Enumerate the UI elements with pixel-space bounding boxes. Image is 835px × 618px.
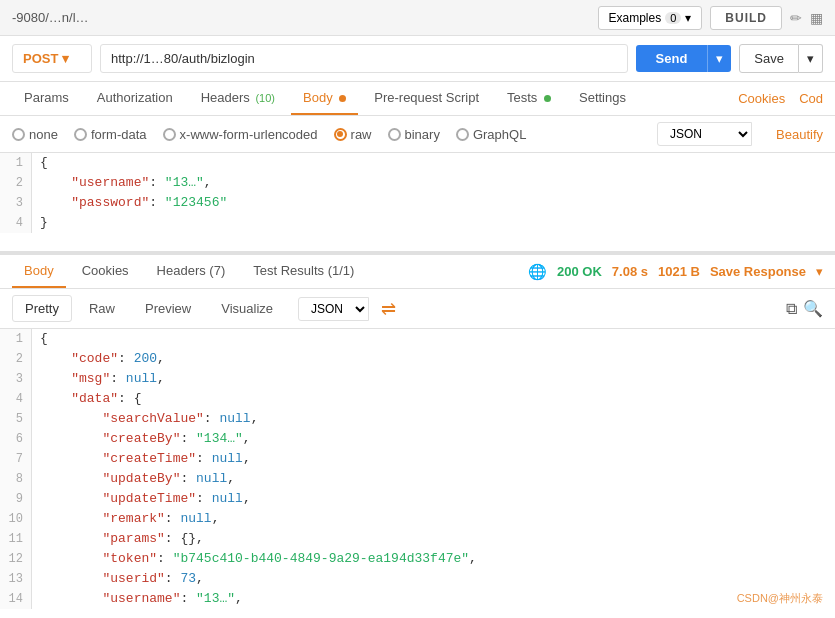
globe-icon: 🌐 — [528, 263, 547, 281]
layout-icon: ▦ — [810, 10, 823, 26]
radio-graphql[interactable]: GraphQL — [456, 127, 526, 142]
resp-linecontent-2: "code": 200, — [32, 349, 173, 369]
response-tabs: Body Cookies Headers (7) Test Results (1… — [0, 255, 835, 289]
resp-view-tab-preview[interactable]: Preview — [132, 295, 204, 322]
tab-pre-request-script[interactable]: Pre-request Script — [362, 82, 491, 115]
resp-tab-cookies[interactable]: Cookies — [70, 255, 141, 288]
radio-urlencoded-circle — [163, 128, 176, 141]
resp-view-tab-pretty[interactable]: Pretty — [12, 295, 72, 322]
radio-urlencoded-label: x-www-form-urlencoded — [180, 127, 318, 142]
request-body-editor[interactable]: 1 { 2 "username": "13…", 3 "password": "… — [0, 153, 835, 253]
req-line-3: 3 "password": "123456" — [0, 193, 835, 213]
resp-view-tab-raw[interactable]: Raw — [76, 295, 128, 322]
response-code-inner: 1 { 2 "code": 200, 3 "msg": null, 4 "dat… — [0, 329, 835, 609]
radio-binary[interactable]: binary — [388, 127, 440, 142]
cod-link[interactable]: Cod — [799, 91, 823, 106]
response-status-group: 🌐 200 OK 7.08 s 1021 B Save Response ▾ — [528, 263, 823, 281]
layout-icon-button[interactable]: ▦ — [810, 10, 823, 26]
radio-binary-circle — [388, 128, 401, 141]
response-view-tabs: Pretty Raw Preview Visualize JSON ⇌ ⧉ 🔍 — [0, 289, 835, 329]
resp-linecontent-13: "userid": 73, — [32, 569, 212, 589]
copy-response-button[interactable]: ⧉ — [786, 300, 797, 318]
req-linecontent-4: } — [32, 213, 56, 233]
method-chevron-icon: ▾ — [62, 51, 69, 66]
req-linecontent-3: "password": "123456" — [32, 193, 235, 213]
resp-line-13: 13 "userid": 73, — [0, 569, 835, 589]
resp-linecontent-8: "updateBy": null, — [32, 469, 243, 489]
resp-line-1: 1 { — [0, 329, 835, 349]
resp-linenum-14: 14 — [0, 589, 32, 609]
tab-params[interactable]: Params — [12, 82, 81, 115]
radio-raw[interactable]: raw — [334, 127, 372, 142]
method-label: POST — [23, 51, 58, 66]
resp-linecontent-10: "remark": null, — [32, 509, 227, 529]
response-size: 1021 B — [658, 264, 700, 279]
method-select[interactable]: POST ▾ — [12, 44, 92, 73]
resp-json-format-select[interactable]: JSON — [298, 297, 369, 321]
radio-none-circle — [12, 128, 25, 141]
resp-line-5: 5 "searchValue": null, — [0, 409, 835, 429]
url-input[interactable] — [100, 44, 628, 73]
top-bar: -9080/…n/l… Examples 0 ▾ BUILD ✏ ▦ — [0, 0, 835, 36]
resp-linecontent-4: "data": { — [32, 389, 149, 409]
resp-linecontent-7: "createTime": null, — [32, 449, 259, 469]
examples-chevron-icon: ▾ — [685, 11, 691, 25]
url-bar: POST ▾ Send ▾ Save ▾ — [0, 36, 835, 82]
window-title: -9080/…n/l… — [12, 10, 89, 25]
headers-badge: (10) — [255, 92, 275, 104]
tab-tests[interactable]: Tests — [495, 82, 563, 115]
resp-tab-headers[interactable]: Headers (7) — [145, 255, 238, 288]
send-button[interactable]: Send — [636, 45, 708, 72]
tab-settings[interactable]: Settings — [567, 82, 638, 115]
cookies-link[interactable]: Cookies — [738, 91, 785, 106]
req-linecontent-2: "username": "13…", — [32, 173, 220, 193]
watermark: CSDN@神州永泰 — [737, 591, 823, 606]
resp-linenum-9: 9 — [0, 489, 32, 509]
tab-authorization[interactable]: Authorization — [85, 82, 185, 115]
resp-line-3: 3 "msg": null, — [0, 369, 835, 389]
req-linenum-3: 3 — [0, 193, 32, 213]
beautify-button[interactable]: Beautify — [776, 127, 823, 142]
resp-linenum-6: 6 — [0, 429, 32, 449]
resp-linecontent-9: "updateTime": null, — [32, 489, 259, 509]
radio-raw-circle — [334, 128, 347, 141]
resp-json-format-group: JSON — [298, 297, 369, 321]
resp-linenum-11: 11 — [0, 529, 32, 549]
radio-none[interactable]: none — [12, 127, 58, 142]
save-button-group: Save ▾ — [739, 44, 823, 73]
radio-urlencoded[interactable]: x-www-form-urlencoded — [163, 127, 318, 142]
resp-linenum-1: 1 — [0, 329, 32, 349]
resp-line-7: 7 "createTime": null, — [0, 449, 835, 469]
resp-line-14: 14 "username": "13…", — [0, 589, 835, 609]
radio-form-data-circle — [74, 128, 87, 141]
tab-body[interactable]: Body — [291, 82, 358, 115]
resp-line-4: 4 "data": { — [0, 389, 835, 409]
resp-linenum-7: 7 — [0, 449, 32, 469]
edit-icon-button[interactable]: ✏ — [790, 10, 802, 26]
resp-view-tab-visualize[interactable]: Visualize — [208, 295, 286, 322]
resp-linenum-5: 5 — [0, 409, 32, 429]
save-button[interactable]: Save — [739, 44, 799, 73]
resp-linecontent-12: "token": "b745c410-b440-4849-9a29-ea194d… — [32, 549, 485, 569]
tab-headers[interactable]: Headers (10) — [189, 82, 287, 115]
resp-tab-body[interactable]: Body — [12, 255, 66, 288]
resp-linenum-4: 4 — [0, 389, 32, 409]
radio-raw-label: raw — [351, 127, 372, 142]
search-response-button[interactable]: 🔍 — [803, 299, 823, 318]
radio-form-data[interactable]: form-data — [74, 127, 147, 142]
save-response-button[interactable]: Save Response — [710, 264, 806, 279]
response-body-code[interactable]: 1 { 2 "code": 200, 3 "msg": null, 4 "dat… — [0, 329, 835, 609]
build-button[interactable]: BUILD — [710, 6, 782, 30]
resp-linenum-2: 2 — [0, 349, 32, 369]
send-dropdown-button[interactable]: ▾ — [707, 45, 731, 72]
body-active-dot — [339, 95, 346, 102]
resp-line-9: 9 "updateTime": null, — [0, 489, 835, 509]
resp-linecontent-14: "username": "13…", — [32, 589, 251, 609]
resp-linenum-12: 12 — [0, 549, 32, 569]
examples-button[interactable]: Examples 0 ▾ — [598, 6, 703, 30]
save-dropdown-button[interactable]: ▾ — [799, 44, 823, 73]
json-format-select[interactable]: JSON Text JavaScript HTML XML — [657, 122, 752, 146]
resp-line-6: 6 "createBy": "134…", — [0, 429, 835, 449]
resp-tab-test-results[interactable]: Test Results (1/1) — [241, 255, 366, 288]
wrap-lines-button[interactable]: ⇌ — [381, 298, 396, 320]
